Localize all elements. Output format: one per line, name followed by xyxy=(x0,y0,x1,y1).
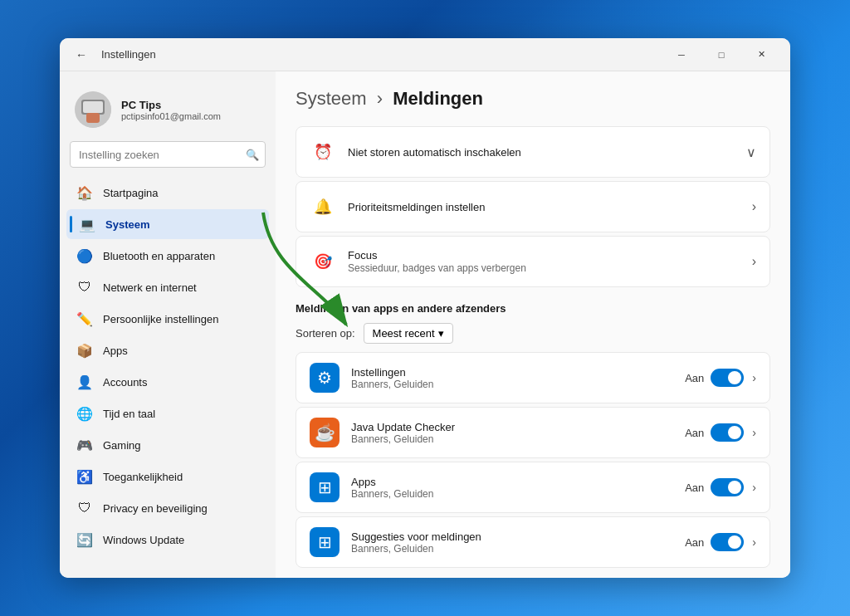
app-sub-apps: Banners, Geluiden xyxy=(351,488,685,500)
close-button[interactable]: ✕ xyxy=(742,42,780,68)
gaming-nav-icon: 🎮 xyxy=(76,437,93,453)
netwerk-nav-icon: 🛡 xyxy=(76,279,93,296)
breadcrumb-current: Meldingen xyxy=(393,88,483,109)
setting-row[interactable]: 🎯FocusSessieduur, badges van apps verber… xyxy=(296,236,770,287)
sidebar-item-apps[interactable]: 📦Apps xyxy=(66,335,269,365)
maximize-button[interactable]: □ xyxy=(702,42,740,68)
sidebar-item-tijd[interactable]: 🌐Tijd en taal xyxy=(66,398,269,428)
minimize-button[interactable]: ─ xyxy=(662,42,701,68)
app-chevron-icon-apps: › xyxy=(752,481,756,494)
systeem-nav-icon: 💻 xyxy=(79,216,95,232)
back-button[interactable]: ← xyxy=(70,43,93,66)
app-sub-suggesties: Banners, Geluiden xyxy=(351,543,685,555)
app-toggle-area-java: Aan xyxy=(685,423,744,442)
sidebar-item-bluetooth[interactable]: 🔵Bluetooth en apparaten xyxy=(66,241,269,271)
avatar xyxy=(75,91,111,128)
app-row-java[interactable]: ☕Java Update CheckerBanners, GeluidenAan… xyxy=(296,407,770,458)
sort-select[interactable]: Meest recent ▾ xyxy=(364,323,453,344)
app-name-suggesties: Suggesties voor meldingen xyxy=(351,530,685,543)
setting-text: FocusSessieduur, badges van apps verberg… xyxy=(348,249,752,274)
active-indicator xyxy=(70,216,72,232)
section-header: Meldingen van apps en andere afzenders xyxy=(296,302,770,315)
title-bar-left: ← Instellingen xyxy=(70,43,662,66)
window-controls: ─ □ ✕ xyxy=(662,42,780,68)
app-toggle-area-instellingen: Aan xyxy=(685,369,744,387)
breadcrumb-separator: › xyxy=(377,88,388,109)
toggle-switch-apps[interactable] xyxy=(711,478,744,496)
toggle-switch-instellingen[interactable] xyxy=(711,369,744,387)
app-info-apps: AppsBanners, Geluiden xyxy=(351,476,685,500)
update-nav-icon: 🔄 xyxy=(76,531,93,548)
setting-title: Niet storen automatisch inschakelen xyxy=(348,146,746,159)
app-name-instellingen: Instellingen xyxy=(351,366,685,379)
app-info-suggesties: Suggesties voor meldingenBanners, Geluid… xyxy=(351,530,685,555)
sidebar: PC Tips pctipsinfo01@gmail.com 🔍 🏠Startp… xyxy=(60,71,276,578)
sidebar-item-privacy[interactable]: 🛡Privacy en beveiliging xyxy=(66,493,269,523)
sidebar-item-label-privacy: Privacy en beveiliging xyxy=(103,502,208,515)
sidebar-item-gaming[interactable]: 🎮Gaming xyxy=(66,430,269,460)
app-icon-instellingen: ⚙ xyxy=(310,363,340,393)
sidebar-item-persoonlijk[interactable]: ✏️Persoonlijke instellingen xyxy=(66,304,269,334)
setting-text: Prioriteitsmeldingen instellen xyxy=(348,201,752,213)
sidebar-item-label-netwerk: Netwerk en internet xyxy=(103,281,197,294)
bluetooth-nav-icon: 🔵 xyxy=(76,247,93,264)
app-name-java: Java Update Checker xyxy=(351,421,685,433)
setting-title: Prioriteitsmeldingen instellen xyxy=(348,201,752,213)
setting-desc: Sessieduur, badges van apps verbergen xyxy=(348,262,752,274)
toegankelijk-nav-icon: ♿ xyxy=(76,468,93,485)
app-chevron-icon-java: › xyxy=(752,426,756,439)
chevron-right-icon: › xyxy=(752,199,756,214)
toggle-label-java: Aan xyxy=(685,427,704,439)
user-name: PC Tips xyxy=(121,99,221,111)
toggle-label-suggesties: Aan xyxy=(685,536,704,549)
breadcrumb: Systeem › Meldingen xyxy=(296,88,770,110)
search-box: 🔍 xyxy=(70,141,266,168)
setting-row[interactable]: 🔔Prioriteitsmeldingen instellen› xyxy=(296,181,770,232)
sidebar-item-label-update: Windows Update xyxy=(103,534,184,546)
window-title: Instellingen xyxy=(101,48,156,61)
user-profile: PC Tips pctipsinfo01@gmail.com xyxy=(66,85,269,141)
main-content: PC Tips pctipsinfo01@gmail.com 🔍 🏠Startp… xyxy=(60,71,790,578)
toggle-switch-suggesties[interactable] xyxy=(711,533,744,551)
setting-row[interactable]: ⏰Niet storen automatisch inschakelen∨ xyxy=(296,126,770,178)
sidebar-item-netwerk[interactable]: 🛡Netwerk en internet xyxy=(66,272,269,302)
sidebar-item-label-tijd: Tijd en taal xyxy=(103,408,155,420)
settings-window: ← Instellingen ─ □ ✕ xyxy=(60,38,790,578)
app-icon-java: ☕ xyxy=(310,418,340,447)
sidebar-item-startpagina[interactable]: 🏠Startpagina xyxy=(66,178,269,208)
sidebar-item-label-startpagina: Startpagina xyxy=(103,187,159,199)
toggle-switch-java[interactable] xyxy=(711,423,744,442)
setting-icon: ⏰ xyxy=(310,139,336,165)
app-toggle-area-suggesties: Aan xyxy=(685,533,744,551)
setting-title: Focus xyxy=(348,249,752,262)
search-input[interactable] xyxy=(70,141,266,168)
sort-label: Sorteren op: xyxy=(296,327,355,340)
app-name-apps: Apps xyxy=(351,476,685,488)
persoonlijk-nav-icon: ✏️ xyxy=(76,310,93,327)
breadcrumb-parent: Systeem xyxy=(296,88,367,109)
app-row-instellingen[interactable]: ⚙InstellingenBanners, GeluidenAan› xyxy=(296,352,770,403)
app-sub-java: Banners, Geluiden xyxy=(351,433,685,445)
sidebar-item-update[interactable]: 🔄Windows Update xyxy=(66,525,269,555)
sidebar-item-label-persoonlijk: Persoonlijke instellingen xyxy=(103,313,218,325)
sidebar-item-label-systeem: Systeem xyxy=(105,218,149,231)
sidebar-item-toegankelijk[interactable]: ♿Toegankelijkheid xyxy=(66,462,269,491)
app-info-java: Java Update CheckerBanners, Geluiden xyxy=(351,421,685,445)
chevron-right-icon: › xyxy=(752,254,756,269)
sidebar-item-accounts[interactable]: 👤Accounts xyxy=(66,367,269,397)
sidebar-item-label-gaming: Gaming xyxy=(103,439,141,452)
sidebar-item-label-apps: Apps xyxy=(103,345,128,357)
setting-text: Niet storen automatisch inschakelen xyxy=(348,146,746,159)
app-row-suggesties[interactable]: ⊞Suggesties voor meldingenBanners, Gelui… xyxy=(296,516,770,568)
startpagina-nav-icon: 🏠 xyxy=(76,184,93,201)
sidebar-item-label-bluetooth: Bluetooth en apparaten xyxy=(103,250,215,262)
privacy-nav-icon: 🛡 xyxy=(76,500,93,516)
sidebar-item-label-toegankelijk: Toegankelijkheid xyxy=(103,471,183,483)
sidebar-item-systeem[interactable]: 💻Systeem xyxy=(66,209,269,239)
accounts-nav-icon: 👤 xyxy=(76,374,93,390)
setting-icon: 🔔 xyxy=(310,193,336,220)
nav-list: 🏠Startpagina💻Systeem🔵Bluetooth en appara… xyxy=(66,178,269,555)
user-email: pctipsinfo01@gmail.com xyxy=(121,111,221,121)
app-info-instellingen: InstellingenBanners, Geluiden xyxy=(351,366,685,390)
app-row-apps[interactable]: ⊞AppsBanners, GeluidenAan› xyxy=(296,462,770,513)
